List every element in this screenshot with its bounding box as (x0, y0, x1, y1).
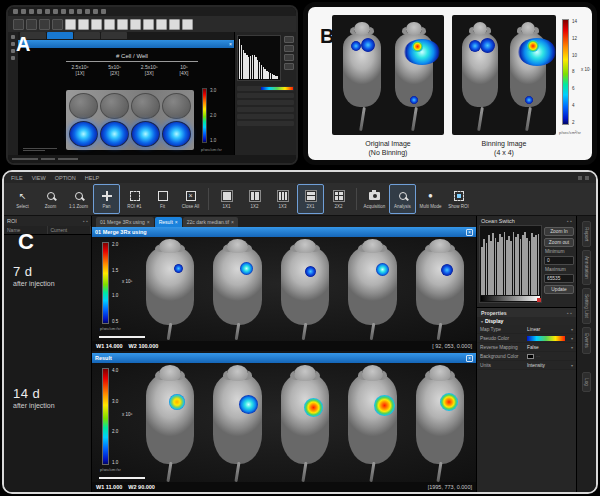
toolbar-icon[interactable] (39, 19, 50, 30)
panel-collapse-icon[interactable]: ▪ ▪ (83, 218, 88, 224)
image-viewport[interactable]: 2.01.51.00.5 x 10⁵ p/sec/cm²/sr (92, 237, 476, 341)
colorbar-gradient (202, 88, 207, 143)
panel-collapse-icon[interactable]: ▪ ▪ (567, 218, 572, 224)
toolbar-icon[interactable] (143, 19, 154, 30)
window-titlebar[interactable]: Result × (92, 353, 476, 363)
tool-1-1-zoom[interactable]: 1:1 Zoom (65, 184, 92, 214)
toolbar-icon[interactable] (104, 19, 115, 30)
mouse (273, 239, 337, 339)
window-button[interactable] (578, 176, 582, 180)
tool-acquisition[interactable]: Acquisition (361, 184, 388, 214)
sidebar-icon[interactable] (11, 56, 15, 60)
panel-button[interactable] (284, 54, 294, 61)
tool-1x1[interactable]: 1X1 (213, 184, 240, 214)
properties-section-display[interactable]: Display (477, 317, 576, 325)
tool-select[interactable]: ↖Select (9, 184, 36, 214)
toolbar-icon[interactable] (156, 19, 167, 30)
document-tab[interactable]: 01 Merge 3Rx using× (96, 217, 154, 227)
document-tab[interactable] (101, 32, 127, 39)
toolbar-icon[interactable] (65, 19, 76, 30)
tool-close-all[interactable]: ×Close All (177, 184, 204, 214)
sidebar-icon[interactable] (11, 42, 15, 46)
zoom-out-button[interactable]: Zoom out (544, 238, 574, 247)
well (100, 93, 129, 119)
close-icon[interactable]: × (147, 219, 150, 225)
histogram[interactable] (479, 225, 542, 303)
property-reverse-mapping[interactable]: Reverse MappingFalse▾ (477, 343, 576, 352)
document-tab[interactable]: Result× (155, 217, 182, 227)
window-chrome-icon (21, 9, 26, 14)
tool-analysis[interactable]: Analysis (389, 184, 416, 214)
sidebar-icon[interactable] (11, 49, 15, 53)
side-tab-events[interactable]: Events (582, 327, 591, 354)
tool-pan[interactable]: Pan (93, 184, 120, 214)
toolbar-icon[interactable] (182, 19, 193, 30)
pseudo-color-gradient (527, 336, 565, 341)
image-canvas[interactable]: # Cell / Well 2.5x10⁶[1X]5x10⁵[2X]2.5x10… (18, 48, 234, 155)
pan-icon (101, 190, 113, 202)
minimum-input[interactable]: 0 (544, 256, 574, 265)
panel-button[interactable] (284, 45, 294, 52)
tool-2x2[interactable]: 2X2 (325, 184, 352, 214)
range-marker[interactable] (537, 298, 541, 302)
image-window-1: 01 Merge 3Rx using × 2.01.51.00.5 x 10⁵ … (92, 227, 476, 351)
toolbar-icon[interactable] (91, 19, 102, 30)
side-tab-setting-list[interactable]: Setting List (582, 288, 591, 324)
magnifier-icon (45, 190, 57, 202)
image-window-titlebar[interactable]: × (18, 40, 234, 48)
colorbar-tick: 3.0 (210, 88, 216, 93)
close-icon[interactable]: × (466, 355, 473, 362)
window-level-w2: W2 100.000 (129, 343, 159, 349)
sidebar-icon[interactable] (11, 35, 15, 39)
side-tab-report[interactable]: Report (582, 221, 591, 247)
property-units[interactable]: UnitsIntensity▾ (477, 361, 576, 370)
close-icon[interactable]: × (175, 219, 178, 225)
document-tab[interactable] (74, 32, 100, 39)
toolbar-icon[interactable] (117, 19, 128, 30)
toolbar-icon[interactable] (78, 19, 89, 30)
panel-button[interactable] (284, 36, 294, 43)
close-icon[interactable]: × (229, 42, 232, 47)
ellipsis-icon: ··· (536, 354, 540, 359)
document-tab[interactable] (47, 32, 73, 39)
tool-1x3[interactable]: 1X3 (269, 184, 296, 214)
document-tab[interactable]: 22c dark median.tif× (183, 217, 238, 227)
caption-line: Original Image (326, 139, 450, 148)
tool-2x1[interactable]: 2X1 (297, 184, 324, 214)
grid-glyph (305, 190, 317, 202)
tool-label: Analysis (394, 204, 411, 209)
tool-roi-1[interactable]: ROI #1 (121, 184, 148, 214)
tool-fit[interactable]: Fit (149, 184, 176, 214)
panel-button[interactable] (284, 63, 294, 70)
update-button[interactable]: Update (544, 285, 574, 294)
maximum-input[interactable]: 65535 (544, 274, 574, 283)
close-icon[interactable]: × (231, 219, 234, 225)
panel-collapse-icon[interactable]: ▪ ▪ (567, 310, 572, 316)
tool-zoom[interactable]: Zoom (37, 184, 64, 214)
tool-1x2[interactable]: 1X2 (241, 184, 268, 214)
toolbar-icon[interactable] (52, 19, 63, 30)
menu-option[interactable]: OPTION (55, 175, 76, 181)
toolbar-icon[interactable] (26, 19, 37, 30)
window-titlebar[interactable]: 01 Merge 3Rx using × (92, 227, 476, 237)
toolbar-icon[interactable] (130, 19, 141, 30)
property-map-type[interactable]: Map TypeLinear▾ (477, 325, 576, 334)
property-pseudo-color[interactable]: Pseudo Color▾ (477, 334, 576, 343)
tool-multi-mode[interactable]: ●Multi Mode (417, 184, 444, 214)
close-icon[interactable]: × (466, 229, 473, 236)
side-tab-log[interactable]: Log (582, 372, 591, 392)
menu-help[interactable]: HELP (85, 175, 99, 181)
tool-show-roi[interactable]: Show ROI (445, 184, 472, 214)
toolbar-icon[interactable] (13, 19, 24, 30)
window-button[interactable] (585, 176, 589, 180)
menu-view[interactable]: VIEW (32, 175, 46, 181)
image-viewport[interactable]: 4.03.02.01.0 x 10⁶ p/sec/cm²/sr (92, 363, 476, 482)
menu-file[interactable]: FILE (11, 175, 23, 181)
property-background-color[interactable]: Background Color··· (477, 352, 576, 361)
zoom-in-button[interactable]: Zoom In (544, 227, 574, 236)
mouse-tail (234, 323, 240, 340)
roi-column-current[interactable]: Current (48, 226, 92, 234)
toolbar-icon[interactable] (169, 19, 180, 30)
side-tab-annotation[interactable]: Annotation (582, 250, 591, 285)
window-chrome-icon (29, 9, 34, 14)
